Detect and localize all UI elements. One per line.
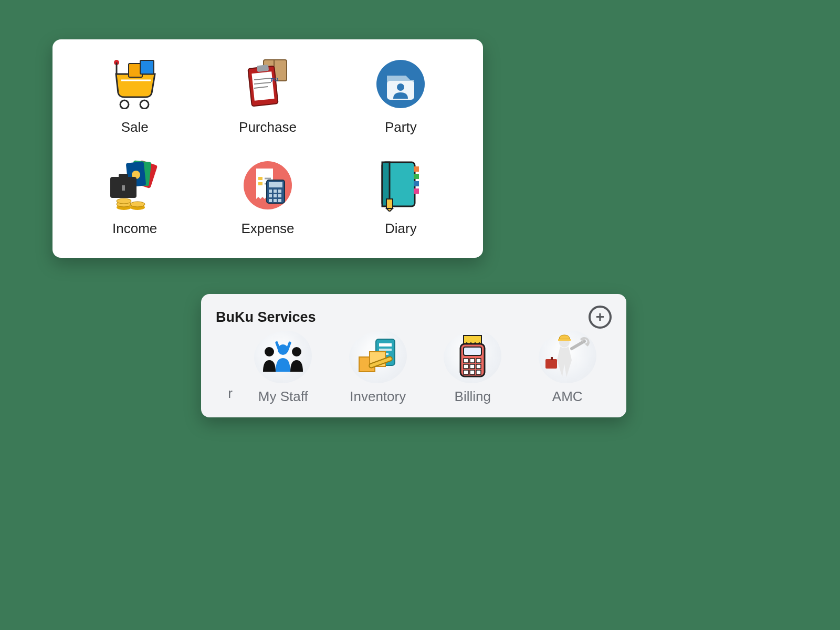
svg-rect-68: [464, 347, 481, 355]
tile-income[interactable]: Income: [68, 156, 201, 237]
svg-rect-74: [476, 364, 481, 369]
tile-label: Purchase: [239, 119, 297, 135]
tile-label: Income: [112, 220, 157, 237]
service-amc[interactable]: AMC: [523, 331, 612, 405]
svg-point-55: [265, 347, 274, 356]
svg-rect-24: [119, 174, 128, 179]
svg-rect-79: [558, 339, 571, 341]
inventory-icon: [349, 331, 407, 383]
svg-rect-69: [464, 359, 468, 363]
tile-sale[interactable]: Sale: [68, 55, 201, 135]
tile-label: Sale: [121, 119, 149, 135]
service-label: My Staff: [258, 388, 308, 405]
tile-party[interactable]: Party: [334, 55, 467, 135]
svg-rect-10: [251, 71, 274, 101]
svg-text:PO: PO: [270, 77, 279, 83]
plus-icon: +: [596, 309, 604, 326]
svg-rect-41: [269, 194, 272, 197]
service-label: Inventory: [350, 388, 406, 405]
main-grid: Sale PO Purchase: [68, 55, 467, 237]
svg-rect-44: [269, 199, 272, 202]
svg-marker-54: [386, 208, 393, 212]
svg-point-30: [130, 202, 145, 207]
services-overflow-left: r: [216, 385, 233, 405]
svg-rect-51: [414, 181, 419, 186]
clipboard-box-icon: PO: [239, 55, 297, 113]
worker-icon: [539, 331, 596, 383]
tile-expense[interactable]: Expense: [201, 156, 334, 237]
services-header: BuKu Services +: [216, 306, 612, 329]
tile-diary[interactable]: Diary: [334, 156, 467, 237]
main-actions-card: Sale PO Purchase: [52, 39, 483, 258]
svg-rect-77: [476, 370, 481, 374]
svg-rect-45: [274, 199, 277, 202]
svg-rect-25: [122, 185, 125, 191]
contact-folder-icon: [372, 55, 429, 113]
svg-rect-32: [258, 177, 262, 180]
svg-rect-81: [551, 357, 553, 360]
service-billing[interactable]: Billing: [428, 331, 517, 405]
svg-rect-46: [278, 199, 281, 202]
svg-point-18: [397, 83, 404, 91]
services-card: BuKu Services + r: [201, 294, 626, 417]
svg-rect-40: [278, 190, 281, 193]
svg-rect-73: [470, 364, 475, 369]
svg-rect-49: [414, 166, 419, 172]
service-inventory[interactable]: Inventory: [334, 331, 423, 405]
svg-rect-61: [379, 343, 392, 346]
svg-rect-80: [545, 359, 557, 369]
svg-rect-50: [414, 174, 419, 179]
tile-label: Diary: [385, 220, 417, 237]
svg-rect-38: [269, 190, 272, 193]
service-my-staff[interactable]: My Staff: [239, 331, 328, 405]
svg-rect-62: [379, 349, 392, 351]
service-label: Billing: [455, 388, 491, 405]
pos-icon: [444, 331, 501, 383]
svg-rect-53: [386, 199, 393, 208]
svg-rect-76: [470, 370, 475, 374]
svg-rect-39: [274, 190, 277, 193]
tile-label: Party: [385, 119, 417, 135]
svg-rect-37: [269, 182, 282, 187]
money-briefcase-icon: [106, 156, 164, 214]
svg-point-56: [292, 347, 301, 356]
svg-rect-43: [278, 194, 281, 197]
team-icon: [254, 331, 312, 383]
services-row: r My Staff: [216, 331, 612, 405]
add-service-button[interactable]: +: [589, 306, 612, 329]
svg-rect-72: [464, 364, 468, 369]
svg-point-28: [117, 198, 131, 204]
cart-icon: [106, 55, 164, 113]
tile-label: Expense: [241, 220, 294, 237]
services-title: BuKu Services: [216, 309, 316, 326]
svg-rect-70: [470, 359, 475, 363]
svg-rect-11: [257, 65, 269, 72]
svg-rect-34: [258, 182, 262, 185]
receipt-calc-icon: [239, 156, 297, 214]
svg-rect-71: [476, 359, 481, 363]
svg-point-3: [120, 100, 129, 109]
service-label: AMC: [552, 388, 583, 405]
svg-rect-75: [464, 370, 468, 374]
svg-point-4: [140, 100, 149, 109]
notebook-icon: [372, 156, 429, 214]
tile-purchase[interactable]: PO Purchase: [201, 55, 334, 135]
svg-rect-42: [274, 194, 277, 197]
svg-rect-52: [414, 188, 419, 194]
svg-rect-6: [140, 60, 154, 74]
